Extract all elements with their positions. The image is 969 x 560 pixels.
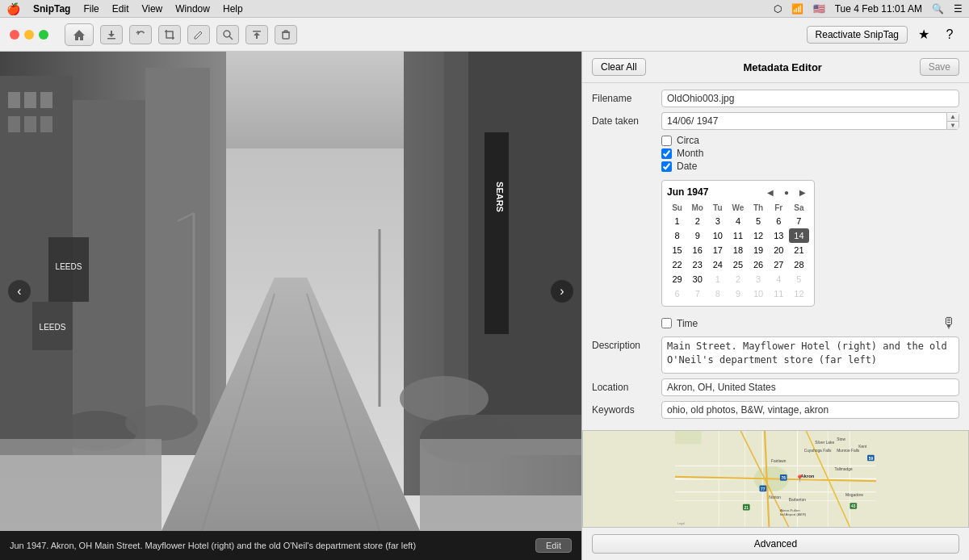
- cal-day[interactable]: 3: [707, 214, 728, 228]
- app-menu-sniptag[interactable]: SnipTag: [33, 3, 70, 15]
- microphone-icon[interactable]: 🎙: [942, 315, 956, 332]
- cal-day[interactable]: 17: [707, 243, 728, 257]
- menu-edit[interactable]: Edit: [112, 3, 129, 15]
- home-button[interactable]: [65, 23, 94, 46]
- location-input[interactable]: [661, 378, 959, 396]
- cal-day-other[interactable]: 6: [667, 286, 687, 301]
- search-icon[interactable]: 🔍: [932, 3, 944, 15]
- menu-view[interactable]: View: [141, 3, 162, 15]
- keywords-input[interactable]: [661, 401, 959, 419]
- checkboxes-row: Circa Month Date: [592, 135, 959, 172]
- cal-day[interactable]: 29: [667, 272, 687, 286]
- undo-button[interactable]: [129, 25, 152, 44]
- svg-text:59: 59: [869, 457, 874, 461]
- cal-day[interactable]: 9: [687, 228, 707, 243]
- advanced-button[interactable]: Advanced: [592, 534, 959, 554]
- time-label[interactable]: Time: [677, 318, 698, 329]
- keywords-label: Keywords: [592, 401, 656, 416]
- search-button[interactable]: [216, 25, 239, 44]
- cal-day-other[interactable]: 4: [769, 272, 789, 286]
- edit-icon-button[interactable]: [187, 25, 210, 44]
- menu-file[interactable]: File: [83, 3, 99, 15]
- cal-day-other[interactable]: 11: [769, 286, 789, 301]
- cal-day-other[interactable]: 8: [707, 286, 728, 301]
- calendar-next-button[interactable]: ▶: [796, 186, 809, 199]
- calendar-prev-button[interactable]: ◀: [764, 186, 777, 199]
- cal-day[interactable]: 30: [687, 272, 707, 286]
- filename-input[interactable]: [661, 90, 959, 107]
- svg-rect-0: [107, 38, 115, 40]
- menu-help[interactable]: Help: [223, 3, 243, 15]
- cal-day-other[interactable]: 2: [728, 272, 748, 286]
- download-button[interactable]: [100, 25, 123, 44]
- circa-checkbox[interactable]: [661, 136, 672, 146]
- crop-button[interactable]: [158, 25, 181, 44]
- cal-day[interactable]: 24: [707, 257, 728, 272]
- date-checkbox[interactable]: [661, 161, 672, 172]
- cal-day-today[interactable]: 14: [789, 228, 809, 243]
- cal-day-other[interactable]: 7: [687, 286, 707, 301]
- save-button[interactable]: Save: [920, 58, 959, 76]
- next-image-button[interactable]: ›: [551, 280, 573, 303]
- favorite-button[interactable]: ★: [914, 25, 933, 44]
- description-input[interactable]: Main Street. Mayflower Hotel (right) and…: [661, 336, 959, 374]
- prev-image-button[interactable]: ‹: [8, 280, 31, 303]
- cal-day[interactable]: 10: [707, 228, 728, 243]
- cal-day[interactable]: 16: [687, 243, 707, 257]
- cal-day-other[interactable]: 1: [707, 272, 728, 286]
- date-label[interactable]: Date: [677, 161, 697, 172]
- month-label[interactable]: Month: [677, 148, 703, 159]
- cal-day[interactable]: 5: [749, 214, 769, 228]
- minimize-button[interactable]: [24, 30, 34, 40]
- close-button[interactable]: [10, 30, 19, 40]
- cal-day-other[interactable]: 3: [749, 272, 769, 286]
- cal-day-other[interactable]: 5: [789, 272, 809, 286]
- svg-text:Legal: Legal: [677, 522, 685, 525]
- cal-day[interactable]: 18: [728, 243, 748, 257]
- calendar-dot[interactable]: ●: [780, 186, 793, 199]
- clear-all-button[interactable]: Clear All: [592, 58, 646, 76]
- cal-day[interactable]: 28: [789, 257, 809, 272]
- cal-day[interactable]: 11: [728, 228, 748, 243]
- cal-day[interactable]: 19: [749, 243, 769, 257]
- month-checkbox[interactable]: [661, 148, 672, 159]
- cal-day[interactable]: 15: [667, 243, 687, 257]
- cal-day[interactable]: 7: [789, 214, 809, 228]
- cal-day[interactable]: 6: [769, 214, 789, 228]
- circa-label[interactable]: Circa: [677, 135, 699, 146]
- cal-day[interactable]: 1: [667, 214, 687, 228]
- trash-button[interactable]: [275, 25, 297, 44]
- date-stepper-up[interactable]: ▲: [947, 113, 959, 122]
- cal-header-mo: Mo: [687, 202, 707, 214]
- map-container[interactable]: Akron Silver Lake Stow Kent Cuyahoga Fal…: [582, 430, 969, 528]
- cal-day[interactable]: 26: [749, 257, 769, 272]
- date-taken-input[interactable]: [661, 112, 946, 130]
- cal-day[interactable]: 25: [728, 257, 748, 272]
- cal-day[interactable]: 22: [667, 257, 687, 272]
- date-stepper-down[interactable]: ▼: [947, 122, 959, 130]
- cal-day-other[interactable]: 12: [789, 286, 809, 301]
- cal-day[interactable]: 27: [769, 257, 789, 272]
- time-checkbox[interactable]: [661, 318, 672, 328]
- cal-day[interactable]: 8: [667, 228, 687, 243]
- help-button[interactable]: ?: [940, 25, 959, 44]
- menu-window[interactable]: Window: [175, 3, 210, 15]
- maximize-button[interactable]: [39, 30, 48, 40]
- calendar-row: 6 7 8 9 10 11 12: [667, 286, 809, 301]
- cal-day-other[interactable]: 10: [749, 286, 769, 301]
- cal-day-other[interactable]: 9: [728, 286, 748, 301]
- list-icon[interactable]: ☰: [954, 3, 963, 15]
- reactivate-button[interactable]: Reactivate SnipTag: [807, 26, 908, 44]
- cal-day[interactable]: 2: [687, 214, 707, 228]
- apple-menu[interactable]: 🍎: [6, 2, 20, 15]
- cal-day[interactable]: 23: [687, 257, 707, 272]
- upload-button[interactable]: [245, 25, 268, 44]
- filename-row: Filename: [592, 90, 959, 107]
- cal-day[interactable]: 4: [728, 214, 748, 228]
- caption-edit-button[interactable]: Edit: [535, 538, 572, 553]
- svg-rect-47: [420, 439, 581, 531]
- cal-day[interactable]: 21: [789, 243, 809, 257]
- cal-day[interactable]: 20: [769, 243, 789, 257]
- cal-day[interactable]: 12: [749, 228, 769, 243]
- cal-day[interactable]: 13: [769, 228, 789, 243]
